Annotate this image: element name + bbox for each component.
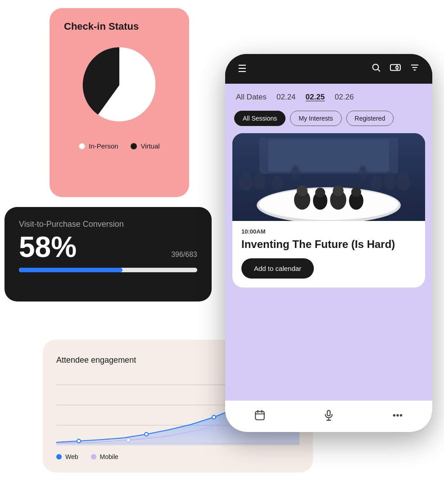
calendar-icon[interactable] bbox=[254, 410, 266, 424]
svg-point-55 bbox=[394, 414, 395, 416]
session-time: 10:00AM bbox=[241, 228, 416, 235]
ticket-icon[interactable] bbox=[390, 63, 401, 75]
legend-in-person: In-Person bbox=[79, 142, 118, 150]
session-image bbox=[232, 133, 425, 221]
svg-point-6 bbox=[145, 432, 148, 436]
svg-point-37 bbox=[399, 171, 408, 180]
more-icon[interactable] bbox=[392, 410, 403, 424]
legend-virtual: Virtual bbox=[131, 142, 159, 150]
svg-rect-48 bbox=[255, 411, 264, 419]
svg-point-43 bbox=[373, 174, 380, 181]
svg-point-57 bbox=[400, 414, 402, 416]
tab-0224[interactable]: 02.24 bbox=[276, 93, 296, 102]
web-dot bbox=[56, 454, 62, 459]
date-tabs: All Dates 02.24 02.25 02.26 bbox=[225, 84, 432, 107]
tab-0226[interactable]: 02.26 bbox=[335, 93, 354, 102]
svg-point-35 bbox=[255, 171, 263, 180]
filter-icon[interactable] bbox=[410, 63, 420, 75]
svg-point-56 bbox=[397, 414, 399, 416]
svg-point-14 bbox=[396, 66, 399, 69]
legend-mobile: Mobile bbox=[91, 453, 118, 460]
mobile-content: All Dates 02.24 02.25 02.26 All Sessions… bbox=[225, 84, 432, 400]
svg-point-9 bbox=[127, 438, 130, 442]
svg-point-23 bbox=[259, 189, 399, 220]
svg-point-39 bbox=[386, 171, 394, 180]
svg-rect-52 bbox=[327, 410, 331, 416]
pie-legend: In-Person Virtual bbox=[79, 142, 159, 150]
search-icon[interactable] bbox=[371, 63, 381, 75]
add-to-calendar-button[interactable]: Add to calendar bbox=[241, 258, 314, 279]
conversion-title: Visit-to-Purchase Conversion bbox=[19, 220, 197, 229]
pie-chart bbox=[77, 40, 162, 126]
svg-point-47 bbox=[360, 165, 366, 171]
session-card: 10:00AM Inventing The Future (Is Hard) A… bbox=[232, 133, 425, 288]
tab-all-dates[interactable]: All Dates bbox=[236, 93, 267, 102]
mobile-bottom-bar bbox=[225, 400, 432, 432]
dot-white bbox=[79, 143, 85, 149]
svg-point-45 bbox=[292, 165, 299, 171]
svg-line-12 bbox=[378, 69, 380, 71]
mic-icon[interactable] bbox=[323, 410, 335, 424]
hamburger-icon[interactable]: ☰ bbox=[238, 63, 247, 75]
conversion-percent: 58% bbox=[19, 233, 77, 261]
progress-track bbox=[19, 268, 197, 272]
legend-web: Web bbox=[56, 453, 78, 460]
dot-black bbox=[131, 143, 137, 149]
pill-my-interests[interactable]: My Interests bbox=[290, 111, 341, 126]
pill-all-sessions[interactable]: All Sessions bbox=[234, 111, 285, 126]
mobile-dot bbox=[91, 454, 96, 459]
progress-fill bbox=[19, 268, 122, 272]
conversion-card: Visit-to-Purchase Conversion 58% 396/683 bbox=[5, 207, 212, 302]
svg-point-5 bbox=[77, 439, 81, 443]
svg-rect-21 bbox=[268, 140, 389, 171]
svg-point-33 bbox=[241, 171, 250, 180]
pill-registered[interactable]: Registered bbox=[346, 111, 394, 126]
svg-point-29 bbox=[333, 185, 344, 196]
tab-0225[interactable]: 02.25 bbox=[306, 93, 325, 102]
svg-point-7 bbox=[212, 415, 216, 419]
filter-pills: All Sessions My Interests Registered bbox=[225, 107, 432, 133]
svg-point-41 bbox=[274, 174, 281, 181]
svg-point-25 bbox=[297, 185, 308, 196]
checkin-card: Check-in Status In-Person Virtual bbox=[50, 8, 189, 197]
svg-point-31 bbox=[351, 187, 361, 197]
mobile-topbar: ☰ bbox=[225, 54, 432, 84]
session-info: 10:00AM Inventing The Future (Is Hard) A… bbox=[232, 221, 425, 288]
mobile-app-card: ☰ bbox=[225, 54, 432, 432]
conversion-fraction: 396/683 bbox=[171, 251, 197, 259]
checkin-title: Check-in Status bbox=[64, 21, 139, 32]
svg-point-27 bbox=[315, 188, 325, 198]
session-title: Inventing The Future (Is Hard) bbox=[241, 238, 416, 251]
chart-legend: Web Mobile bbox=[56, 453, 299, 460]
engagement-title: Attendee engagement bbox=[56, 356, 136, 365]
